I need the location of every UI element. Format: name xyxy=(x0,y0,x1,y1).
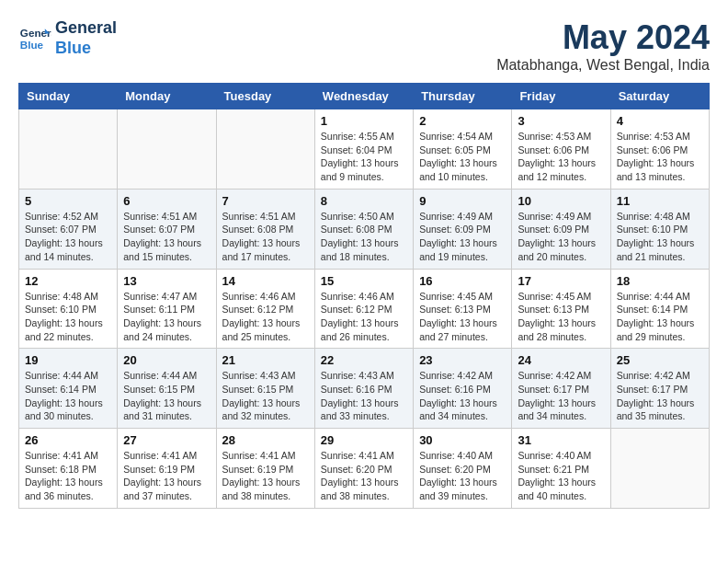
day-number: 27 xyxy=(123,433,210,447)
col-friday: Friday xyxy=(512,84,610,109)
logo-text-line2: Blue xyxy=(55,39,117,59)
calendar-week-row: 12Sunrise: 4:48 AMSunset: 6:10 PMDayligh… xyxy=(19,269,710,349)
day-info: Sunrise: 4:42 AMSunset: 6:17 PMDaylight:… xyxy=(518,369,604,423)
logo-icon: General Blue xyxy=(18,22,51,55)
table-row xyxy=(610,429,709,509)
day-number: 7 xyxy=(222,194,309,208)
day-info: Sunrise: 4:42 AMSunset: 6:16 PMDaylight:… xyxy=(419,369,506,423)
table-row: 27Sunrise: 4:41 AMSunset: 6:19 PMDayligh… xyxy=(118,429,216,509)
table-row xyxy=(19,109,118,190)
logo-text-line1: General xyxy=(55,18,117,39)
day-number: 15 xyxy=(321,274,407,288)
day-number: 21 xyxy=(222,353,309,367)
month-title: May 2024 xyxy=(496,18,710,57)
table-row: 26Sunrise: 4:41 AMSunset: 6:18 PMDayligh… xyxy=(19,429,118,509)
day-info: Sunrise: 4:48 AMSunset: 6:10 PMDaylight:… xyxy=(25,290,111,344)
day-info: Sunrise: 4:44 AMSunset: 6:14 PMDaylight:… xyxy=(617,290,703,344)
day-number: 23 xyxy=(419,353,506,367)
day-info: Sunrise: 4:41 AMSunset: 6:20 PMDaylight:… xyxy=(321,449,407,503)
day-number: 19 xyxy=(25,353,111,367)
day-info: Sunrise: 4:47 AMSunset: 6:11 PMDaylight:… xyxy=(123,290,210,344)
day-info: Sunrise: 4:51 AMSunset: 6:07 PMDaylight:… xyxy=(123,210,210,264)
calendar-header-row: Sunday Monday Tuesday Wednesday Thursday… xyxy=(19,84,710,109)
table-row: 12Sunrise: 4:48 AMSunset: 6:10 PMDayligh… xyxy=(19,269,118,349)
day-number: 9 xyxy=(419,194,506,208)
table-row: 9Sunrise: 4:49 AMSunset: 6:09 PMDaylight… xyxy=(414,189,512,269)
day-number: 13 xyxy=(123,274,210,288)
table-row: 10Sunrise: 4:49 AMSunset: 6:09 PMDayligh… xyxy=(512,189,610,269)
day-info: Sunrise: 4:55 AMSunset: 6:04 PMDaylight:… xyxy=(321,130,407,184)
day-info: Sunrise: 4:45 AMSunset: 6:13 PMDaylight:… xyxy=(419,290,506,344)
table-row: 29Sunrise: 4:41 AMSunset: 6:20 PMDayligh… xyxy=(314,429,413,509)
logo: General Blue General Blue xyxy=(18,18,117,58)
day-number: 4 xyxy=(617,114,703,128)
table-row: 28Sunrise: 4:41 AMSunset: 6:19 PMDayligh… xyxy=(216,429,314,509)
col-monday: Monday xyxy=(118,84,216,109)
day-number: 18 xyxy=(617,274,703,288)
table-row: 18Sunrise: 4:44 AMSunset: 6:14 PMDayligh… xyxy=(610,269,709,349)
day-number: 24 xyxy=(518,353,604,367)
table-row: 4Sunrise: 4:53 AMSunset: 6:06 PMDaylight… xyxy=(610,109,709,190)
day-info: Sunrise: 4:48 AMSunset: 6:10 PMDaylight:… xyxy=(617,210,703,264)
table-row: 7Sunrise: 4:51 AMSunset: 6:08 PMDaylight… xyxy=(216,189,314,269)
day-info: Sunrise: 4:41 AMSunset: 6:18 PMDaylight:… xyxy=(25,449,111,503)
day-number: 16 xyxy=(419,274,506,288)
page-header: General Blue General Blue May 2024 Matab… xyxy=(18,18,710,74)
table-row: 23Sunrise: 4:42 AMSunset: 6:16 PMDayligh… xyxy=(414,349,512,429)
day-number: 2 xyxy=(419,114,506,128)
table-row: 3Sunrise: 4:53 AMSunset: 6:06 PMDaylight… xyxy=(512,109,610,190)
table-row: 30Sunrise: 4:40 AMSunset: 6:20 PMDayligh… xyxy=(414,429,512,509)
calendar-week-row: 26Sunrise: 4:41 AMSunset: 6:18 PMDayligh… xyxy=(19,429,710,509)
day-info: Sunrise: 4:44 AMSunset: 6:15 PMDaylight:… xyxy=(123,369,210,423)
day-info: Sunrise: 4:53 AMSunset: 6:06 PMDaylight:… xyxy=(617,130,703,184)
day-info: Sunrise: 4:51 AMSunset: 6:08 PMDaylight:… xyxy=(222,210,309,264)
day-info: Sunrise: 4:49 AMSunset: 6:09 PMDaylight:… xyxy=(419,210,506,264)
table-row xyxy=(216,109,314,190)
day-number: 12 xyxy=(25,274,111,288)
title-block: May 2024 Matabhanga, West Bengal, India xyxy=(496,18,710,74)
col-saturday: Saturday xyxy=(610,84,709,109)
day-number: 31 xyxy=(518,433,604,447)
svg-text:Blue: Blue xyxy=(20,38,44,50)
table-row: 15Sunrise: 4:46 AMSunset: 6:12 PMDayligh… xyxy=(314,269,413,349)
day-number: 11 xyxy=(617,194,703,208)
day-number: 17 xyxy=(518,274,604,288)
calendar-table: Sunday Monday Tuesday Wednesday Thursday… xyxy=(18,83,710,509)
day-number: 8 xyxy=(321,194,407,208)
table-row: 19Sunrise: 4:44 AMSunset: 6:14 PMDayligh… xyxy=(19,349,118,429)
table-row: 17Sunrise: 4:45 AMSunset: 6:13 PMDayligh… xyxy=(512,269,610,349)
day-info: Sunrise: 4:40 AMSunset: 6:20 PMDaylight:… xyxy=(419,449,506,503)
day-info: Sunrise: 4:43 AMSunset: 6:16 PMDaylight:… xyxy=(321,369,407,423)
day-number: 25 xyxy=(617,353,703,367)
calendar-week-row: 5Sunrise: 4:52 AMSunset: 6:07 PMDaylight… xyxy=(19,189,710,269)
table-row: 22Sunrise: 4:43 AMSunset: 6:16 PMDayligh… xyxy=(314,349,413,429)
day-info: Sunrise: 4:46 AMSunset: 6:12 PMDaylight:… xyxy=(321,290,407,344)
day-info: Sunrise: 4:50 AMSunset: 6:08 PMDaylight:… xyxy=(321,210,407,264)
day-number: 1 xyxy=(321,114,407,128)
day-info: Sunrise: 4:41 AMSunset: 6:19 PMDaylight:… xyxy=(123,449,210,503)
day-number: 20 xyxy=(123,353,210,367)
table-row: 8Sunrise: 4:50 AMSunset: 6:08 PMDaylight… xyxy=(314,189,413,269)
table-row: 24Sunrise: 4:42 AMSunset: 6:17 PMDayligh… xyxy=(512,349,610,429)
col-tuesday: Tuesday xyxy=(216,84,314,109)
day-number: 3 xyxy=(518,114,604,128)
day-number: 10 xyxy=(518,194,604,208)
table-row: 13Sunrise: 4:47 AMSunset: 6:11 PMDayligh… xyxy=(118,269,216,349)
day-info: Sunrise: 4:43 AMSunset: 6:15 PMDaylight:… xyxy=(222,369,309,423)
table-row: 5Sunrise: 4:52 AMSunset: 6:07 PMDaylight… xyxy=(19,189,118,269)
table-row: 20Sunrise: 4:44 AMSunset: 6:15 PMDayligh… xyxy=(118,349,216,429)
day-info: Sunrise: 4:45 AMSunset: 6:13 PMDaylight:… xyxy=(518,290,604,344)
col-wednesday: Wednesday xyxy=(314,84,413,109)
col-thursday: Thursday xyxy=(414,84,512,109)
day-info: Sunrise: 4:41 AMSunset: 6:19 PMDaylight:… xyxy=(222,449,309,503)
calendar-week-row: 1Sunrise: 4:55 AMSunset: 6:04 PMDaylight… xyxy=(19,109,710,190)
table-row: 11Sunrise: 4:48 AMSunset: 6:10 PMDayligh… xyxy=(610,189,709,269)
day-number: 5 xyxy=(25,194,111,208)
day-number: 28 xyxy=(222,433,309,447)
table-row: 14Sunrise: 4:46 AMSunset: 6:12 PMDayligh… xyxy=(216,269,314,349)
day-number: 30 xyxy=(419,433,506,447)
table-row: 31Sunrise: 4:40 AMSunset: 6:21 PMDayligh… xyxy=(512,429,610,509)
table-row: 6Sunrise: 4:51 AMSunset: 6:07 PMDaylight… xyxy=(118,189,216,269)
day-info: Sunrise: 4:40 AMSunset: 6:21 PMDaylight:… xyxy=(518,449,604,503)
day-number: 22 xyxy=(321,353,407,367)
